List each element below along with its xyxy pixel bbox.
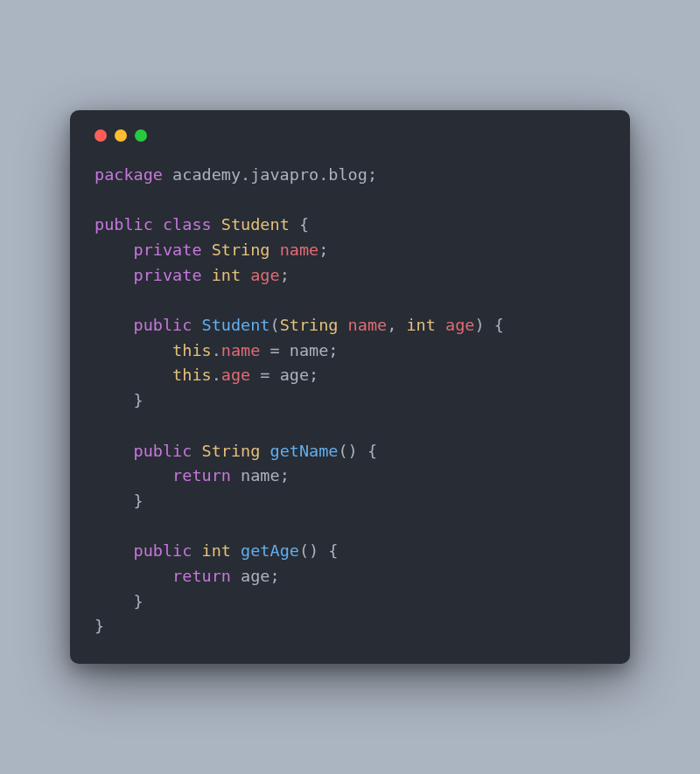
return-value-name: name: [241, 466, 280, 485]
parens: (): [299, 541, 318, 560]
code-window: package academy.javapro.blog; public cla…: [70, 110, 630, 664]
dot: .: [212, 341, 221, 359]
brace-open: {: [368, 442, 377, 460]
field-name: name: [280, 241, 319, 259]
semicolon: ;: [280, 466, 290, 485]
param-name: name: [348, 316, 388, 334]
return-type-string: String: [202, 442, 261, 460]
semicolon: ;: [309, 366, 318, 384]
keyword-class: class: [163, 215, 212, 234]
parens: (): [338, 442, 357, 460]
brace-open: {: [328, 541, 338, 560]
paren-open: (: [270, 316, 280, 334]
type-int: int: [212, 266, 241, 284]
package-name: academy.javapro.blog: [163, 165, 368, 184]
value-age: age: [280, 366, 309, 384]
keyword-public: public: [134, 541, 192, 560]
method-getname: getName: [270, 442, 339, 460]
comma: ,: [387, 316, 396, 334]
param-type-string: String: [280, 316, 339, 334]
equals: =: [250, 366, 279, 384]
semicolon: ;: [270, 567, 280, 585]
value-name: name: [290, 341, 329, 359]
brace-close: }: [134, 391, 144, 409]
close-icon[interactable]: [94, 129, 107, 142]
keyword-public: public: [134, 442, 192, 460]
keyword-this: this: [172, 341, 212, 359]
keyword-return: return: [172, 567, 231, 585]
keyword-private: private: [134, 266, 202, 284]
keyword-public: public: [94, 215, 153, 234]
code-block: package academy.javapro.blog; public cla…: [94, 163, 606, 639]
semicolon: ;: [328, 341, 338, 359]
semicolon: ;: [280, 266, 290, 284]
class-name: Student: [221, 215, 290, 234]
keyword-this: this: [172, 366, 212, 384]
keyword-private: private: [134, 241, 202, 259]
semicolon: ;: [318, 241, 328, 259]
paren-close: ): [474, 316, 484, 334]
return-type-int: int: [202, 541, 231, 560]
return-value-age: age: [241, 567, 270, 585]
brace-close: }: [94, 617, 104, 635]
constructor-name: Student: [202, 316, 270, 334]
maximize-icon[interactable]: [135, 129, 147, 142]
brace-close: }: [134, 592, 144, 610]
brace-open: {: [494, 316, 504, 334]
field-age: age: [250, 266, 279, 284]
field-age-ref: age: [221, 366, 250, 384]
traffic-lights: [94, 129, 606, 142]
param-type-int: int: [406, 316, 435, 334]
method-getage: getAge: [241, 541, 299, 560]
brace-close: }: [134, 492, 144, 510]
keyword-return: return: [172, 466, 231, 485]
semicolon: ;: [368, 165, 377, 184]
equals: =: [260, 341, 289, 359]
keyword-package: package: [94, 165, 163, 184]
brace-open: {: [299, 215, 309, 234]
field-name-ref: name: [221, 341, 261, 359]
keyword-public: public: [134, 316, 192, 334]
minimize-icon[interactable]: [115, 129, 127, 142]
type-string: String: [212, 241, 270, 259]
param-age: age: [445, 316, 474, 334]
dot: .: [212, 366, 221, 384]
